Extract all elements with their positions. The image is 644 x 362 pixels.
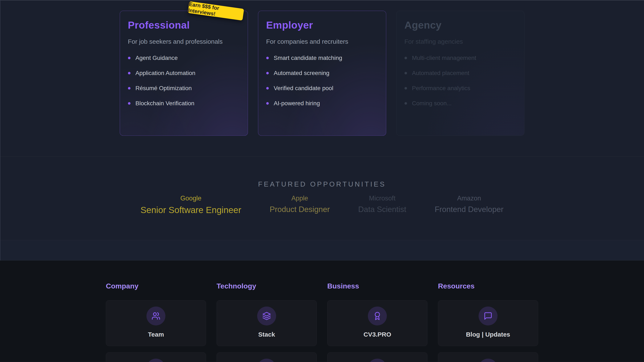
opportunity-role: Frontend Developer [434,205,504,214]
section-top-border [0,0,644,0]
footer-card-label: Stack [217,331,316,338]
plan-title: Professional [128,19,240,31]
icon-circle [478,359,498,362]
award-icon [373,312,382,320]
plan-subtitle: For job seekers and professionals [128,38,240,45]
opportunity-company: Apple [270,194,330,202]
plan-card-agency: Agency For staffing agencies Multi-clien… [396,11,524,136]
featured-opportunity-google[interactable]: Google Senior Software Engineer [140,194,242,215]
featured-heading: FEATURED OPPORTUNITIES [0,157,644,188]
opportunity-role: Senior Software Engineer [140,205,242,215]
plan-title: Agency [404,19,516,31]
bullet-dot-icon [128,87,130,90]
layers-icon [262,312,271,320]
plan-feature: Application Automation [128,70,240,76]
footer-card-blog[interactable]: Blog | Updates [438,300,538,346]
featured-carousel: Google Senior Software Engineer Apple Pr… [0,194,644,215]
footer-card-stack[interactable]: Stack [216,300,317,346]
plan-title: Employer [266,19,378,31]
bullet-dot-icon [266,72,269,74]
opportunity-role: Product Designer [270,205,330,214]
footer-column-company: Company Team [106,282,206,362]
plan-subtitle: For companies and recruiters [266,38,378,45]
opportunity-company: Amazon [434,194,504,202]
plan-card-professional[interactable]: Professional For job seekers and profess… [120,11,248,136]
footer-grid: Company Team Technology Stack [106,261,538,362]
plan-feature: Automated screening [266,70,378,76]
plan-feature: Verified candidate pool [266,85,378,91]
plan-feature: Blockchain Verification [128,100,240,107]
opportunity-company: Microsoft [358,194,406,202]
footer-card-partial[interactable] [106,352,206,362]
plan-feature-list: Smart candidate matching Automated scree… [266,55,378,107]
bullet-dot-icon [128,102,130,105]
footer-card-partial[interactable] [216,352,317,362]
site-footer: Company Team Technology Stack [0,261,644,362]
icon-circle [257,359,276,362]
bullet-dot-icon [266,57,269,59]
featured-opportunity-microsoft[interactable]: Microsoft Data Scientist [358,194,406,214]
icon-circle [368,359,387,362]
footer-card-cv3pro[interactable]: CV3.PRO [327,300,428,346]
section-left-border [0,0,0,261]
plan-feature: AI-powered hiring [266,100,378,107]
bullet-dot-icon [128,57,130,59]
featured-opportunity-apple[interactable]: Apple Product Designer [270,194,330,214]
bullet-dot-icon [266,102,269,105]
footer-card-partial[interactable] [327,352,428,362]
plan-feature-list: Agent Guidance Application Automation Ré… [128,55,240,107]
bullet-dot-icon [266,87,269,90]
footer-column-business: Business CV3.PRO [327,282,428,362]
icon-circle [257,307,276,326]
footer-card-label: Blog | Updates [438,331,538,338]
plan-feature-list: Multi-client management Automated placem… [404,55,516,107]
plan-card-employer[interactable]: Employer For companies and recruiters Sm… [258,11,386,136]
icon-circle [146,359,166,362]
icon-circle [146,307,166,326]
plan-feature: Agent Guidance [128,55,240,61]
plan-feature: Coming soon... [404,100,516,107]
opportunity-role: Data Scientist [358,205,406,214]
footer-card-team[interactable]: Team [106,300,206,346]
footer-card-label: CV3.PRO [328,331,427,338]
users-icon [152,312,160,320]
plan-feature: Automated placement [404,70,516,76]
opportunity-company: Google [140,194,242,202]
message-square-icon [484,312,492,320]
footer-column-heading: Resources [438,282,538,290]
bullet-dot-icon [404,87,407,90]
plan-feature: Smart candidate matching [266,55,378,61]
bullet-dot-icon [404,102,407,105]
footer-card-label: Team [106,331,206,338]
featured-opportunity-amazon[interactable]: Amazon Frontend Developer [434,194,504,214]
plan-feature: Résumé Optimization [128,85,240,91]
plan-feature: Performance analytics [404,85,516,91]
plan-subtitle: For staffing agencies [404,38,516,45]
bullet-dot-icon [404,72,407,74]
footer-column-heading: Company [106,282,206,290]
footer-column-heading: Technology [216,282,317,290]
icon-circle [478,307,498,326]
bullet-dot-icon [128,72,130,74]
plans-section: Earn $$$ for Interviews! Professional Fo… [0,0,644,157]
section-spacer-band [0,240,644,261]
bullet-dot-icon [404,57,407,59]
plan-feature: Multi-client management [404,55,516,61]
footer-card-partial[interactable] [438,352,538,362]
icon-circle [368,307,387,326]
featured-opportunities-section: FEATURED OPPORTUNITIES Google Senior Sof… [0,157,644,240]
footer-column-heading: Business [327,282,428,290]
footer-column-resources: Resources Blog | Updates [438,282,538,362]
footer-column-technology: Technology Stack [216,282,317,362]
